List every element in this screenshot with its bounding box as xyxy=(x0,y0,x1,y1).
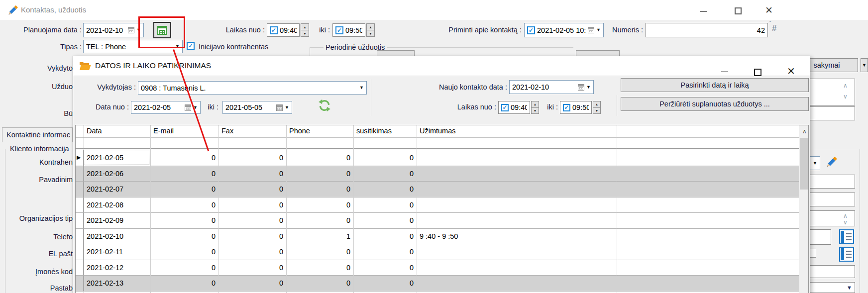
side-panel-list-icon[interactable] xyxy=(839,247,854,262)
laikas-nuo-spinner-dlg[interactable]: ▲ ▼ xyxy=(531,101,539,114)
column-header[interactable]: E-mail xyxy=(153,127,174,135)
grid-cell[interactable] xyxy=(417,150,617,166)
dropdown-arrow-icon[interactable]: ▼ xyxy=(359,86,364,90)
calendar-grid-icon[interactable] xyxy=(276,104,283,111)
dropdown-arrow-icon[interactable]: ▼ xyxy=(847,285,852,291)
grid-cell[interactable]: 0 xyxy=(218,276,286,291)
grid-row[interactable]: 2021-02-130000 xyxy=(76,276,799,292)
laikas-nuo-field-dlg[interactable]: ✓ 09:40 xyxy=(498,101,530,114)
grid-cell[interactable]: 0 xyxy=(150,166,218,182)
grid-cell[interactable]: 2021-02-05 xyxy=(84,150,150,166)
inicijavo-checkbox[interactable]: ✓ xyxy=(187,42,195,50)
laikas-iki-field-dlg[interactable]: ✓ 09:50 xyxy=(560,101,592,114)
dialog-maximize-icon[interactable] xyxy=(754,69,761,76)
grid-cell[interactable]: 0 xyxy=(353,276,417,291)
grid-cell[interactable]: 0 xyxy=(150,213,218,228)
column-header[interactable]: Užimtumas xyxy=(420,127,456,135)
laikas-iki-spinner[interactable]: ▲ ▼ xyxy=(366,23,375,37)
laikas-nuo-checkbox[interactable]: ✓ xyxy=(270,26,278,34)
calendar-grid-icon[interactable] xyxy=(578,84,584,91)
grid-cell[interactable]: 2021-02-06 xyxy=(84,166,150,182)
spin-down-icon[interactable]: ▼ xyxy=(593,107,601,114)
spin-up-icon[interactable]: ▲ xyxy=(366,23,375,30)
maximize-icon[interactable] xyxy=(735,7,742,14)
spin-up-icon[interactable]: ▲ xyxy=(531,101,539,108)
grid-row[interactable]: 2021-02-120000 xyxy=(76,260,799,276)
grid-row[interactable]: 2021-02-1000109 :40 - 9 :50 xyxy=(76,229,799,245)
grid-cell[interactable]: 0 xyxy=(353,166,417,182)
grid-cell[interactable] xyxy=(417,260,617,276)
grid-cell[interactable]: 0 xyxy=(218,150,286,166)
grid-cell[interactable]: 0 xyxy=(353,229,417,244)
spin-down-icon[interactable]: ▼ xyxy=(366,30,375,37)
sakymai-dropdown-button[interactable]: ▼ xyxy=(861,58,868,72)
perziureti-button[interactable]: Peržiūrėti suplanuotas užduotys ... xyxy=(621,97,809,111)
grid-row[interactable]: 2021-02-060000 xyxy=(76,166,799,182)
availability-grid[interactable]: ∧ DataE-mailFaxPhonesusitikimasUžimtumas… xyxy=(75,125,809,293)
numeris-field[interactable]: 42 xyxy=(646,23,768,37)
grid-cell[interactable]: 0 xyxy=(218,213,286,228)
grid-row[interactable]: 2021-02-110000 xyxy=(76,244,799,260)
grid-cell[interactable]: 2021-02-09 xyxy=(84,213,150,228)
dialog-close-icon[interactable]: ✕ xyxy=(787,66,795,76)
grid-cell[interactable]: 0 xyxy=(353,197,417,213)
grid-cell[interactable]: 0 xyxy=(353,260,417,276)
grid-cell[interactable]: 0 xyxy=(150,150,218,166)
scrollbar-thumb[interactable] xyxy=(800,138,809,190)
grid-cell[interactable]: 0 xyxy=(150,229,218,244)
grid-cell[interactable] xyxy=(417,244,617,260)
grid-cell[interactable]: 0 xyxy=(218,197,286,213)
side-panel-list-icon[interactable] xyxy=(839,229,854,244)
grid-cell[interactable]: 0 xyxy=(353,150,417,166)
dropdown-arrow-icon[interactable]: ▼ xyxy=(813,161,817,166)
laikas-iki-field[interactable]: ✓ 09:50 xyxy=(332,23,365,37)
grid-cell[interactable]: 0 xyxy=(286,260,353,276)
grid-cell[interactable]: 0 xyxy=(218,229,286,244)
dialog-minimize-icon[interactable] xyxy=(721,71,728,72)
grid-cell[interactable] xyxy=(417,166,617,182)
minimize-icon[interactable] xyxy=(700,11,707,12)
grid-cell[interactable]: 0 xyxy=(286,150,353,166)
grid-cell[interactable]: 0 xyxy=(286,244,353,260)
priminti-field[interactable]: ✓ 2021-02-05 10:00 ▼ xyxy=(524,23,604,37)
refresh-icon[interactable] xyxy=(317,98,332,115)
spin-down-icon[interactable]: ▼ xyxy=(531,107,539,114)
grid-cell[interactable]: 2021-02-08 xyxy=(84,197,150,213)
grid-cell[interactable]: 2021-02-11 xyxy=(84,244,150,260)
chevron-down-icon[interactable]: ∨ xyxy=(843,94,848,99)
laikas-iki-checkbox-dlg[interactable]: ✓ xyxy=(563,104,570,111)
grid-cell[interactable] xyxy=(417,182,617,197)
grid-cell[interactable]: 0 xyxy=(218,260,286,276)
grid-cell[interactable]: 2021-02-10 xyxy=(84,229,150,244)
vykdytojas-combo[interactable]: 0908 : Tumasonis L. ▼ xyxy=(138,81,367,95)
grid-cell[interactable]: 0 xyxy=(286,197,353,213)
grid-cell[interactable]: 1 xyxy=(286,229,353,244)
grid-cell[interactable]: 0 xyxy=(286,166,353,182)
grid-cell[interactable] xyxy=(417,276,617,291)
grid-cell[interactable]: 0 xyxy=(218,244,286,260)
naujo-kontakto-combo[interactable]: 2021-02-10 ▼ xyxy=(509,80,594,94)
grid-cell[interactable]: 0 xyxy=(353,213,417,228)
column-header[interactable]: Data xyxy=(87,127,102,135)
pasirinkti-button[interactable]: Pasirinkti datą ir laiką xyxy=(621,78,809,92)
calendar-grid-icon[interactable] xyxy=(128,27,134,33)
calendar-grid-icon[interactable] xyxy=(185,104,191,111)
scroll-up-icon[interactable]: ∧ xyxy=(800,126,809,136)
grid-cell[interactable]: 0 xyxy=(150,260,218,276)
close-icon[interactable]: ✕ xyxy=(765,5,773,15)
grid-cell[interactable] xyxy=(417,197,617,213)
data-nuo-combo[interactable]: 2021-02-05 ▼ xyxy=(131,101,201,114)
grid-row[interactable]: 2021-02-070000 xyxy=(76,182,799,197)
column-header[interactable]: Phone xyxy=(289,127,310,135)
spin-up-icon[interactable]: ▲ xyxy=(593,101,601,108)
column-header[interactable]: Fax xyxy=(221,127,233,135)
chevron-down-icon[interactable]: ∨ xyxy=(843,219,848,225)
grid-cell[interactable]: 2021-02-13 xyxy=(84,276,150,291)
grid-cell[interactable]: 0 xyxy=(150,182,218,197)
grid-cell[interactable]: 0 xyxy=(286,276,353,291)
number-icon[interactable]: # xyxy=(772,23,776,33)
grid-cell[interactable]: 0 xyxy=(218,166,286,182)
grid-cell[interactable]: 0 xyxy=(353,244,417,260)
grid-cell[interactable]: 0 xyxy=(150,276,218,291)
calendar-grid-icon[interactable] xyxy=(588,27,594,33)
